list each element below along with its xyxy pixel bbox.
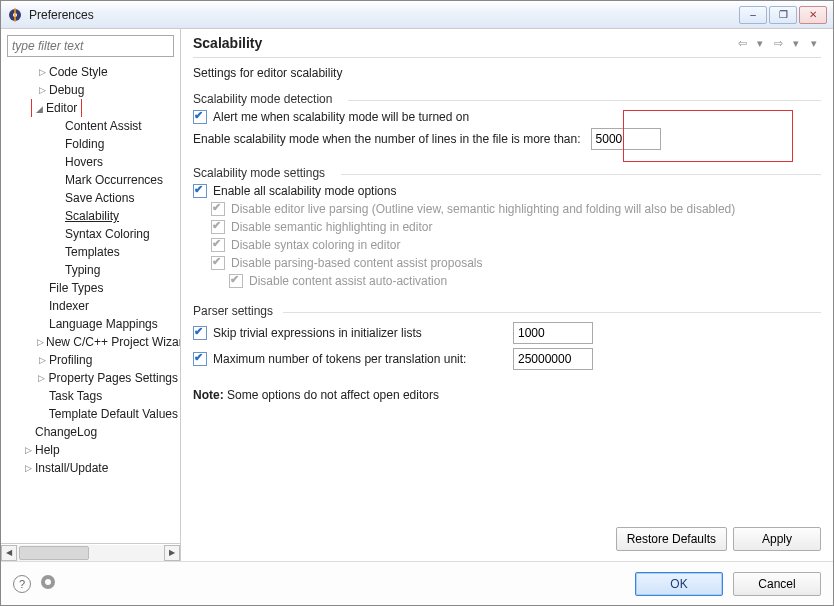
skip-checkbox[interactable] [193,326,207,340]
minimize-button[interactable]: – [739,6,767,24]
sidebar: ▷Code Style▷Debug◢EditorContent AssistFo… [1,29,181,561]
tree-item[interactable]: Task Tags [1,387,180,405]
apply-button[interactable]: Apply [733,527,821,551]
tree-item-label: Install/Update [33,459,110,477]
opt4-checkbox [211,256,225,270]
window-title: Preferences [29,8,739,22]
tree-item-label: Typing [63,261,102,279]
scroll-thumb[interactable] [19,546,89,560]
scroll-right-arrow[interactable]: ▶ [164,545,180,561]
opt1-checkbox [211,202,225,216]
tree-item[interactable]: Syntax Coloring [1,225,180,243]
ok-button[interactable]: OK [635,572,723,596]
cancel-button[interactable]: Cancel [733,572,821,596]
tree-item-label: Property Pages Settings [47,369,180,387]
expand-icon[interactable]: ◢ [34,100,44,118]
filter-container [7,35,174,57]
tree-item-label: ChangeLog [33,423,99,441]
opt4-label: Disable parsing-based content assist pro… [231,256,482,270]
expand-icon[interactable]: ▷ [37,81,47,99]
tree-item[interactable]: Templates [1,243,180,261]
tree: ▷Code Style▷Debug◢EditorContent AssistFo… [1,63,180,543]
tree-item-label: Indexer [47,297,91,315]
preferences-window: Preferences – ❐ ✕ ▷Code Style▷Debug◢Edit… [0,0,834,606]
opt3-checkbox [211,238,225,252]
expand-icon[interactable]: ▷ [37,369,47,387]
progress-icon[interactable] [41,575,55,589]
tree-item[interactable]: ▷Code Style [1,63,180,81]
threshold-input[interactable] [591,128,661,150]
skip-label: Skip trivial expressions in initializer … [213,326,422,340]
tree-item[interactable]: Folding [1,135,180,153]
titlebar: Preferences – ❐ ✕ [1,1,833,29]
tree-item[interactable]: ▷Debug [1,81,180,99]
tree-item[interactable]: Mark Occurrences [1,171,180,189]
enable-all-checkbox[interactable] [193,184,207,198]
tree-item-label: Debug [47,81,86,99]
back-menu-icon[interactable]: ▾ [753,36,767,50]
opt2-checkbox [211,220,225,234]
tree-item[interactable]: Save Actions [1,189,180,207]
tree-item[interactable]: ▷Help [1,441,180,459]
expand-icon[interactable]: ▷ [37,351,47,369]
filter-input[interactable] [7,35,174,57]
tree-item[interactable]: Content Assist [1,117,180,135]
horizontal-scrollbar[interactable]: ◀ ▶ [1,543,180,561]
tree-item-label: Help [33,441,62,459]
forward-menu-icon[interactable]: ▾ [789,36,803,50]
opt2-row: Disable semantic highlighting in editor [193,220,821,234]
tree-item[interactable]: ChangeLog [1,423,180,441]
restore-defaults-button[interactable]: Restore Defaults [616,527,727,551]
group-detection: Scalability mode detection Alert me when… [193,92,821,154]
scroll-left-arrow[interactable]: ◀ [1,545,17,561]
main-panel: Scalability ⇦ ▾ ⇨ ▾ ▾ Settings for edito… [181,29,833,561]
back-icon[interactable]: ⇦ [735,36,749,50]
tree-item[interactable]: ▷Install/Update [1,459,180,477]
max-input[interactable] [513,348,593,370]
group-parser: Parser settings Skip trivial expressions… [193,304,821,374]
tree-item[interactable]: Scalability [1,207,180,225]
tree-item-label: Hovers [63,153,105,171]
alert-checkbox[interactable] [193,110,207,124]
max-row: Maximum number of tokens per translation… [193,348,821,370]
body: ▷Code Style▷Debug◢EditorContent AssistFo… [1,29,833,561]
tree-item[interactable]: Indexer [1,297,180,315]
max-checkbox[interactable] [193,352,207,366]
tree-item[interactable]: Language Mappings [1,315,180,333]
tree-item[interactable]: Hovers [1,153,180,171]
footer: ? OK Cancel [1,561,833,605]
tree-item[interactable]: ◢Editor [1,99,180,117]
tree-item-label: Editor [44,101,79,115]
tree-item[interactable]: File Types [1,279,180,297]
opt3-row: Disable syntax coloring in editor [193,238,821,252]
group-settings-title: Scalability mode settings [193,166,821,180]
restore-button[interactable]: ❐ [769,6,797,24]
tree-item-label: File Types [47,279,105,297]
expand-icon[interactable]: ▷ [37,63,47,81]
opt2-label: Disable semantic highlighting in editor [231,220,432,234]
tree-item-label: New C/C++ Project Wizard [44,333,180,351]
close-button[interactable]: ✕ [799,6,827,24]
note-text: Some options do not affect open editors [224,388,439,402]
svg-rect-2 [14,8,16,22]
tree-item-label: Scalability [63,207,121,225]
tree-item[interactable]: Typing [1,261,180,279]
help-icon[interactable]: ? [13,575,31,593]
opt1-label: Disable editor live parsing (Outline vie… [231,202,735,216]
tree-item[interactable]: ▷Profiling [1,351,180,369]
tree-item[interactable]: ▷Property Pages Settings [1,369,180,387]
app-icon [7,7,23,23]
page-title: Scalability [193,35,735,51]
expand-icon[interactable]: ▷ [37,333,44,351]
panel-header: Scalability ⇦ ▾ ⇨ ▾ ▾ [193,35,821,58]
expand-icon[interactable]: ▷ [23,441,33,459]
expand-icon[interactable]: ▷ [23,459,33,477]
tree-item[interactable]: ▷New C/C++ Project Wizard [1,333,180,351]
group-detection-title: Scalability mode detection [193,92,821,106]
scroll-track[interactable] [17,545,164,561]
tree-item-label: Templates [63,243,122,261]
skip-input[interactable] [513,322,593,344]
forward-icon[interactable]: ⇨ [771,36,785,50]
menu-dropdown-icon[interactable]: ▾ [807,36,821,50]
tree-item[interactable]: Template Default Values [1,405,180,423]
